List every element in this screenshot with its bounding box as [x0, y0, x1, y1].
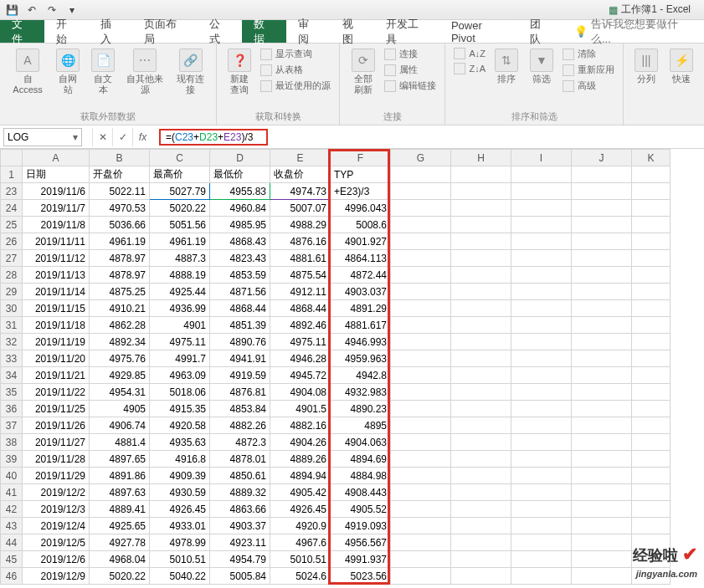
cell[interactable]: 2019/11/13 [23, 267, 90, 284]
cell[interactable]: 4959.963 [331, 350, 391, 367]
cell[interactable] [511, 200, 572, 217]
cell[interactable]: 4960.84 [210, 200, 270, 217]
cell[interactable]: 最高价 [150, 166, 210, 183]
cell[interactable]: 2019/11/15 [23, 300, 90, 317]
col-header[interactable]: E [270, 150, 331, 166]
cell[interactable] [572, 501, 632, 518]
cell[interactable] [572, 317, 632, 334]
cell[interactable] [572, 267, 632, 284]
cell[interactable] [511, 267, 572, 284]
cell[interactable] [511, 551, 572, 568]
cell[interactable] [572, 518, 632, 534]
cell[interactable] [391, 568, 451, 585]
cell[interactable]: 4955.83 [210, 183, 270, 200]
tab-data[interactable]: 数据 [242, 20, 286, 43]
cell[interactable]: 开盘价 [90, 166, 150, 183]
from-table-button[interactable]: 从表格 [259, 63, 332, 77]
cell[interactable] [451, 451, 511, 468]
cell[interactable]: 收盘价 [270, 166, 331, 183]
cell[interactable] [511, 401, 572, 417]
cell[interactable] [511, 233, 572, 250]
cell[interactable] [572, 468, 632, 484]
tab-team[interactable]: 团队 [518, 20, 563, 43]
cell[interactable] [511, 166, 572, 183]
cell[interactable]: 2019/11/11 [23, 233, 90, 250]
cell[interactable] [391, 518, 451, 534]
cell[interactable] [391, 217, 451, 233]
cell[interactable]: 2019/11/19 [23, 334, 90, 350]
cell[interactable] [391, 183, 451, 200]
row-header[interactable]: 43 [1, 518, 23, 534]
cell[interactable]: 5005.84 [210, 568, 270, 585]
cell[interactable]: 4890.23 [331, 401, 391, 417]
cell[interactable]: 4878.97 [90, 267, 150, 284]
cell[interactable] [451, 350, 511, 367]
cell[interactable]: 4895 [331, 417, 391, 434]
namebox-dropdown-icon[interactable]: ▾ [73, 131, 78, 143]
cell[interactable]: 4923.11 [210, 534, 270, 551]
cell[interactable] [572, 200, 632, 217]
col-header[interactable]: K [632, 150, 671, 166]
cell[interactable]: 5020.22 [150, 200, 210, 217]
cell[interactable] [632, 250, 671, 267]
cell[interactable] [632, 484, 671, 501]
cell[interactable]: 4882.16 [270, 417, 331, 434]
cell[interactable]: 4988.29 [270, 217, 331, 233]
cell[interactable]: 4864.113 [331, 250, 391, 267]
row-header[interactable]: 1 [1, 166, 23, 183]
cell[interactable]: 4876.16 [270, 233, 331, 250]
cell[interactable]: 4863.66 [210, 501, 270, 518]
cell[interactable] [511, 334, 572, 350]
row-header[interactable]: 27 [1, 250, 23, 267]
cell[interactable]: 5027.79 [150, 183, 210, 200]
col-header[interactable]: A [23, 150, 90, 166]
cell[interactable] [511, 367, 572, 384]
cell[interactable] [572, 183, 632, 200]
cell[interactable] [572, 300, 632, 317]
connections-button[interactable]: 连接 [383, 47, 438, 61]
cell[interactable]: 2019/12/2 [23, 484, 90, 501]
cell[interactable]: 4930.59 [150, 484, 210, 501]
tab-dev[interactable]: 开发工具 [374, 20, 439, 43]
cell[interactable] [632, 367, 671, 384]
cell[interactable] [572, 568, 632, 585]
cell[interactable]: 2019/12/6 [23, 551, 90, 568]
from-other-button[interactable]: ⋯自其他来源 [122, 47, 168, 97]
cell[interactable]: 4868.44 [210, 300, 270, 317]
cell[interactable]: 4882.26 [210, 417, 270, 434]
cell[interactable] [572, 367, 632, 384]
cell[interactable]: 最低价 [210, 166, 270, 183]
properties-button[interactable]: 属性 [383, 63, 438, 77]
cell[interactable] [451, 183, 511, 200]
col-header[interactable]: C [150, 150, 210, 166]
row-header[interactable]: 41 [1, 484, 23, 501]
cell[interactable] [451, 434, 511, 451]
tab-insert[interactable]: 插入 [89, 20, 133, 43]
cell[interactable] [572, 551, 632, 568]
cell[interactable]: 4970.53 [90, 200, 150, 217]
cell[interactable]: 4890.76 [210, 334, 270, 350]
cell[interactable]: 4926.45 [150, 501, 210, 518]
redo-icon[interactable]: ↷ [45, 3, 59, 17]
cell[interactable]: 2019/11/6 [23, 183, 90, 200]
row-header[interactable]: 24 [1, 200, 23, 217]
cell[interactable]: 4912.11 [270, 284, 331, 300]
cell[interactable]: 2019/11/20 [23, 350, 90, 367]
cell[interactable]: TYP [331, 166, 391, 183]
cell[interactable]: 4904.063 [331, 434, 391, 451]
cell[interactable]: 4936.99 [150, 300, 210, 317]
row-header[interactable]: 37 [1, 417, 23, 434]
cell[interactable]: 5024.6 [270, 568, 331, 585]
cell[interactable] [511, 384, 572, 401]
cell[interactable]: 5040.22 [150, 568, 210, 585]
cell[interactable]: 4946.993 [331, 334, 391, 350]
cell[interactable] [391, 468, 451, 484]
cell[interactable] [391, 166, 451, 183]
cell[interactable]: 2019/12/9 [23, 568, 90, 585]
cell[interactable]: 4985.95 [210, 217, 270, 233]
cell[interactable] [572, 417, 632, 434]
cell[interactable] [511, 417, 572, 434]
cell[interactable]: 2019/11/7 [23, 200, 90, 217]
row-header[interactable]: 38 [1, 434, 23, 451]
cell[interactable]: 2019/11/25 [23, 401, 90, 417]
